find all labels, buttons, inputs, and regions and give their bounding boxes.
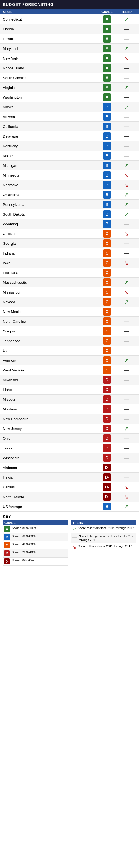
grade-badge: B: [103, 181, 111, 189]
row-trend: —: [117, 153, 136, 159]
key-section: KEY GRADE A Scored 81%-100% B Scored 61%…: [0, 512, 139, 568]
row-state: Nebraska: [3, 183, 97, 187]
row-grade: D: [97, 415, 117, 423]
grade-badge: A: [103, 44, 111, 52]
row-grade: D: [97, 425, 117, 432]
grade-badge: D: [103, 454, 111, 462]
table-row: Wisconsin D —: [0, 453, 139, 463]
row-trend: —: [117, 347, 136, 354]
row-state: Ohio: [3, 436, 97, 440]
row-grade: B: [97, 210, 117, 218]
grade-badge: D: [103, 396, 111, 403]
row-state: North Carolina: [3, 319, 97, 323]
key-trend-icon: ↗: [72, 526, 76, 532]
key-grade-badge: A: [4, 526, 10, 532]
key-title: KEY: [3, 514, 136, 519]
row-grade: D: [97, 376, 117, 384]
grade-badge: C: [103, 308, 111, 315]
row-trend: —: [117, 318, 136, 325]
table-row: New Jersey D ↗: [0, 424, 139, 434]
row-grade: A: [97, 25, 117, 33]
table-body: Connecticut A ↗ Florida A — Hawaii A — M…: [0, 14, 139, 512]
row-state: Alabama: [3, 466, 97, 470]
key-grade-desc: Scored 41%-60%: [12, 542, 36, 546]
row-grade: C: [97, 317, 117, 325]
grade-badge: B: [103, 152, 111, 160]
table-row: South Dakota B ↗: [0, 209, 139, 219]
row-grade: A: [97, 35, 117, 42]
table-row: Utah C —: [0, 346, 139, 355]
table-row: Florida A —: [0, 24, 139, 34]
key-trend-desc: No net change in score from fiscal 2015 …: [79, 534, 135, 542]
row-grade: D: [97, 434, 117, 442]
key-grade-row: D Scored 21%-40%: [3, 550, 68, 558]
grade-badge: D: [103, 425, 111, 432]
grade-badge: D: [103, 434, 111, 442]
row-trend: ↘: [117, 259, 136, 266]
key-grade-desc: Scored 21%-40%: [12, 550, 36, 554]
row-grade: D: [97, 396, 117, 403]
table-row: Indiana C —: [0, 248, 139, 258]
table-row: Michigan B ↗: [0, 161, 139, 170]
key-trend-icon: ↘: [72, 544, 76, 550]
row-trend: —: [117, 455, 136, 461]
row-grade: C: [97, 288, 117, 296]
row-state: Texas: [3, 446, 97, 450]
row-state: Delaware: [3, 134, 97, 138]
row-trend: —: [117, 396, 136, 403]
column-headers: STATE GRADE TREND: [0, 9, 139, 14]
grade-badge: D-: [103, 483, 111, 491]
row-trend: —: [117, 250, 136, 256]
grade-badge: A: [103, 25, 111, 33]
row-state: Utah: [3, 349, 97, 353]
row-grade: B: [97, 161, 117, 169]
row-grade: B: [97, 142, 117, 150]
row-grade: D: [97, 405, 117, 413]
grade-badge: B: [103, 123, 111, 130]
row-trend: ↘: [117, 484, 136, 490]
row-trend: ↗: [117, 357, 136, 364]
row-grade: A: [97, 84, 117, 91]
row-state: California: [3, 124, 97, 129]
row-grade: C: [97, 308, 117, 315]
row-grade: D-: [97, 464, 117, 471]
table-row: Hawaii A —: [0, 34, 139, 44]
grade-badge: D: [103, 405, 111, 413]
row-grade: B: [97, 181, 117, 189]
table-row: Connecticut A ↗: [0, 14, 139, 24]
row-state: Nevada: [3, 300, 97, 304]
table-row: Kentucky B —: [0, 141, 139, 151]
row-grade: A: [97, 15, 117, 23]
row-grade: D: [97, 444, 117, 452]
row-grade: B: [97, 132, 117, 140]
grade-badge: A: [103, 84, 111, 91]
key-grades-body: A Scored 81%-100% B Scored 61%-80% C Sco…: [3, 525, 68, 565]
row-trend: ↘: [117, 493, 136, 500]
table-row: New Hampshire D —: [0, 414, 139, 424]
row-trend: ↘: [117, 172, 136, 179]
row-trend: ↗: [117, 84, 136, 91]
grade-badge: B: [103, 191, 111, 198]
table-row: Ohio D —: [0, 434, 139, 443]
row-grade: B: [97, 152, 117, 160]
grade-badge: D-: [103, 473, 111, 481]
table-row: Montana D —: [0, 404, 139, 414]
row-state: North Dakota: [3, 495, 97, 499]
row-trend: ↘: [117, 289, 136, 296]
key-grade-badge: D: [4, 550, 10, 556]
row-grade: C: [97, 356, 117, 364]
table-row: Mississippi C ↘: [0, 287, 139, 297]
row-trend: —: [117, 143, 136, 149]
grade-badge: B: [103, 161, 111, 169]
grade-badge: A: [103, 74, 111, 82]
table-row: West Virginia C —: [0, 365, 139, 375]
table-row: US Average B ↗: [0, 502, 139, 512]
row-trend: —: [117, 386, 136, 393]
key-trend-row: ↘ Score fell from fiscal 2015 through 20…: [71, 543, 136, 551]
table-row: Maryland A ↗: [0, 44, 139, 54]
key-grade-badge: C: [4, 542, 10, 548]
row-state: Maryland: [3, 46, 97, 51]
table-row: Arizona B —: [0, 112, 139, 122]
grade-badge: C: [103, 240, 111, 247]
row-state: New York: [3, 56, 97, 60]
